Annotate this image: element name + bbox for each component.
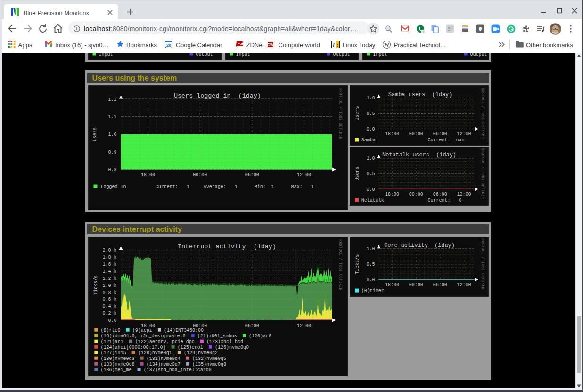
svg-text:0.9: 0.9 bbox=[108, 150, 117, 155]
svg-text:18:00: 18:00 bbox=[385, 282, 399, 287]
svg-text:2.0 k: 2.0 k bbox=[103, 248, 117, 253]
svg-text:W: W bbox=[384, 42, 389, 47]
svg-text:RRDTOOL / TOBI OETIKER: RRDTOOL / TOBI OETIKER bbox=[338, 239, 343, 290]
svg-text:18:00: 18:00 bbox=[385, 131, 399, 137]
svg-text:0.6 k: 0.6 k bbox=[103, 297, 117, 302]
svg-text:12:00: 12:00 bbox=[297, 172, 311, 178]
svg-text:Users: Users bbox=[355, 106, 360, 121]
svg-text:00:00: 00:00 bbox=[193, 172, 207, 178]
svg-text:1.6 k: 1.6 k bbox=[103, 262, 117, 267]
svg-text:RRDTOOL / TOBI OETIKER: RRDTOOL / TOBI OETIKER bbox=[338, 88, 343, 139]
svg-text:(127)i915: (127)i915 bbox=[100, 351, 126, 356]
svg-text:0.0: 0.0 bbox=[366, 127, 375, 132]
svg-text:0.5: 0.5 bbox=[366, 262, 375, 267]
svg-text:(132)nvme0q5: (132)nvme0q5 bbox=[192, 356, 226, 361]
svg-text:?: ? bbox=[422, 30, 424, 34]
svg-text:Users logged in (1day): Users logged in (1day) bbox=[174, 92, 261, 99]
svg-text:0.5: 0.5 bbox=[366, 172, 375, 177]
svg-text:1.4 k: 1.4 k bbox=[103, 269, 117, 274]
svg-text:06:00: 06:00 bbox=[433, 192, 447, 197]
svg-text:0.8 k: 0.8 k bbox=[103, 290, 117, 295]
svg-text:Samba users (1day): Samba users (1day) bbox=[388, 91, 452, 98]
svg-text:06:00: 06:00 bbox=[433, 131, 447, 137]
svg-text:1.0: 1.0 bbox=[366, 156, 375, 161]
svg-text:18:00: 18:00 bbox=[385, 192, 399, 197]
svg-text:RRDTOOL / TOBI OETIKER: RRDTOOL / TOBI OETIKER bbox=[481, 238, 485, 289]
svg-text:RRDTOOL / TOBI OETIKER: RRDTOOL / TOBI OETIKER bbox=[481, 148, 485, 199]
svg-text:(120)ar0: (120)ar0 bbox=[249, 334, 271, 339]
svg-text:Logged In: Logged In bbox=[100, 184, 126, 189]
svg-text:(9)acpi: (9)acpi bbox=[132, 328, 152, 333]
svg-text:0.5: 0.5 bbox=[366, 111, 375, 116]
svg-text:1.2 k: 1.2 k bbox=[103, 276, 117, 281]
svg-text:(21)i801_smbus: (21)i801_smbus bbox=[197, 334, 237, 339]
svg-text:(129)nvme0q2: (129)nvme0q2 bbox=[184, 351, 218, 356]
svg-text:RRDTOOL / TOBI OETIKER: RRDTOOL / TOBI OETIKER bbox=[481, 88, 485, 139]
svg-text:Current: -nan: Current: -nan bbox=[427, 138, 464, 143]
svg-text:(134)nvme0q7: (134)nvme0q7 bbox=[147, 362, 181, 367]
svg-text:00:00: 00:00 bbox=[409, 282, 423, 287]
svg-text:06:00: 06:00 bbox=[245, 172, 259, 178]
svg-text:0.8: 0.8 bbox=[108, 167, 117, 172]
svg-text:(125)eno1: (125)eno1 bbox=[178, 345, 203, 350]
svg-text:(131)nvme0q4: (131)nvme0q4 bbox=[147, 356, 181, 361]
svg-text:(121)ar1: (121)ar1 bbox=[100, 339, 123, 344]
svg-text:Ticks/s: Ticks/s bbox=[93, 275, 99, 295]
svg-text:(128)nvme0q1: (128)nvme0q1 bbox=[138, 351, 172, 356]
svg-text:1.2: 1.2 bbox=[108, 97, 117, 102]
svg-text:06:00: 06:00 bbox=[433, 282, 447, 287]
svg-text:(14)INT3450:00: (14)INT3450:00 bbox=[164, 328, 204, 333]
svg-text:1.0: 1.0 bbox=[108, 132, 117, 137]
svg-text:12:00: 12:00 bbox=[457, 192, 471, 197]
svg-text:(122)aerdrv, pcie-dpc: (122)aerdrv, pcie-dpc bbox=[135, 339, 195, 344]
svg-text:(0)timer: (0)timer bbox=[361, 288, 384, 294]
svg-text:Core activity (1day): Core activity (1day) bbox=[384, 242, 455, 249]
svg-text:1.0: 1.0 bbox=[366, 246, 375, 252]
svg-text:0.0: 0.0 bbox=[366, 187, 375, 192]
svg-text:Netatalk users (1day): Netatalk users (1day) bbox=[382, 152, 456, 158]
svg-text:(133)nvme0q6: (133)nvme0q6 bbox=[100, 362, 134, 367]
svg-text:(8)rtc0: (8)rtc0 bbox=[100, 328, 120, 333]
svg-text:(137)snd_hda_intel:card0: (137)snd_hda_intel:card0 bbox=[144, 368, 212, 373]
svg-text:Users: Users bbox=[355, 167, 360, 181]
svg-text:0.0: 0.0 bbox=[366, 278, 375, 283]
svg-text:00:00: 00:00 bbox=[409, 131, 423, 137]
svg-text:12:00: 12:00 bbox=[457, 131, 471, 137]
svg-text:12:00: 12:00 bbox=[297, 323, 311, 328]
svg-text:0.2 k: 0.2 k bbox=[103, 311, 117, 316]
svg-text:0.4 k: 0.4 k bbox=[103, 304, 117, 309]
svg-text:(135)nvme0q8: (135)nvme0q8 bbox=[192, 362, 226, 367]
svg-text:Users: Users bbox=[92, 127, 98, 141]
svg-text:Ticks/s: Ticks/s bbox=[355, 254, 360, 274]
svg-text:Current: 1 Average: 1: Current: 1 Average: 1 Min: 1 Max: 1 bbox=[156, 184, 314, 189]
svg-text:(124)ahci[0000:00:17.0]: (124)ahci[0000:00:17.0] bbox=[100, 345, 165, 350]
svg-text:Interrupt activity (1day): Interrupt activity (1day) bbox=[178, 243, 276, 250]
svg-text:1.1: 1.1 bbox=[108, 114, 117, 120]
svg-text:1.8 k: 1.8 k bbox=[103, 255, 117, 260]
svg-text:0.0: 0.0 bbox=[108, 318, 117, 323]
svg-text:(16)idma64.0, i2c_designware.0: (16)idma64.0, i2c_designware.0 bbox=[100, 334, 185, 339]
svg-text:CW: CW bbox=[267, 42, 274, 47]
svg-text:(123)xhci_hcd: (123)xhci_hcd bbox=[206, 339, 243, 344]
svg-text:(126)nvme0q0: (126)nvme0q0 bbox=[215, 345, 249, 350]
svg-text:Current: 0: Current: 0 bbox=[427, 198, 461, 203]
svg-text:00:00: 00:00 bbox=[409, 192, 423, 197]
svg-text:06:00: 06:00 bbox=[245, 323, 259, 328]
svg-text:Samba: Samba bbox=[361, 138, 376, 143]
svg-text:18:00: 18:00 bbox=[141, 172, 155, 178]
svg-text:Netatalk: Netatalk bbox=[361, 198, 384, 203]
svg-text:1.0 k: 1.0 k bbox=[103, 283, 117, 288]
svg-text:(136)mei_me: (136)mei_me bbox=[100, 368, 131, 373]
svg-text:(130)nvme0q3: (130)nvme0q3 bbox=[100, 356, 134, 361]
svg-text:1.0: 1.0 bbox=[366, 96, 375, 101]
svg-text:28: 28 bbox=[166, 43, 171, 48]
svg-text:12:00: 12:00 bbox=[457, 282, 471, 287]
